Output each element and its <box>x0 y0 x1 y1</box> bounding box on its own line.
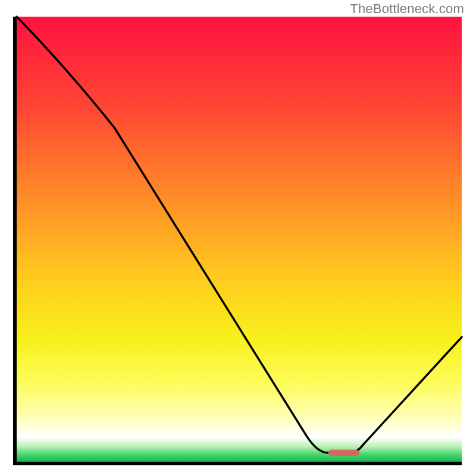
x-axis <box>13 462 462 465</box>
y-axis <box>13 17 17 465</box>
bottleneck-chart <box>0 0 476 476</box>
optimum-marker <box>328 450 359 456</box>
chart-container: TheBottleneck.com <box>0 0 476 476</box>
gradient-background <box>17 17 462 462</box>
